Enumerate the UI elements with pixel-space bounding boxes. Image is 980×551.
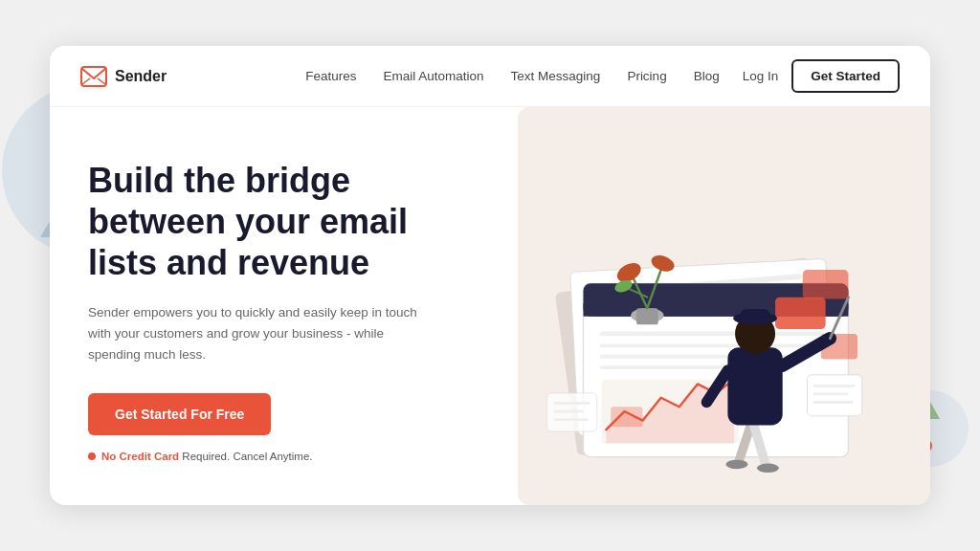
- logo-icon: [80, 66, 107, 87]
- svg-rect-21: [611, 407, 642, 427]
- illustration: [492, 117, 930, 505]
- nav-email-automation[interactable]: Email Automation: [384, 69, 484, 83]
- nav-pricing[interactable]: Pricing: [627, 69, 666, 83]
- no-cc-dot: [88, 452, 96, 460]
- svg-rect-0: [81, 67, 106, 86]
- svg-rect-19: [802, 270, 848, 299]
- svg-point-40: [725, 460, 747, 470]
- svg-rect-42: [727, 347, 782, 425]
- brand-name: Sender: [115, 68, 167, 85]
- nav-get-started-button[interactable]: Get Started: [791, 59, 900, 93]
- svg-rect-31: [635, 308, 657, 324]
- nav-features[interactable]: Features: [305, 69, 356, 83]
- hero-subtitle: Sender empowers you to quickly and easil…: [88, 302, 433, 364]
- no-credit-card-notice: No Credit Card Required. Cancel Anytime.: [88, 451, 434, 462]
- hero-title: Build the bridge between your email list…: [88, 160, 434, 284]
- logo: Sender: [80, 66, 167, 87]
- login-link[interactable]: Log In: [743, 69, 779, 83]
- main-card: Sender Features Email Automation Text Me…: [50, 46, 930, 505]
- outer-wrapper: Sender Features Email Automation Text Me…: [31, 27, 949, 524]
- no-cc-bold: No Credit Card: [101, 451, 179, 462]
- no-cc-rest: Required. Cancel Anytime.: [179, 451, 312, 462]
- nav-blog[interactable]: Blog: [694, 69, 720, 83]
- hero-cta-button[interactable]: Get Started For Free: [88, 393, 271, 435]
- nav-links: Features Email Automation Text Messaging…: [305, 69, 719, 83]
- hero-content: Build the bridge between your email list…: [50, 107, 473, 505]
- svg-rect-18: [775, 298, 826, 329]
- nav-text-messaging[interactable]: Text Messaging: [511, 69, 601, 83]
- hero-section: Build the bridge between your email list…: [50, 107, 930, 505]
- svg-rect-48: [740, 309, 769, 321]
- navbar: Sender Features Email Automation Text Me…: [50, 46, 930, 107]
- hero-illustration: [473, 107, 930, 505]
- svg-point-41: [757, 463, 779, 473]
